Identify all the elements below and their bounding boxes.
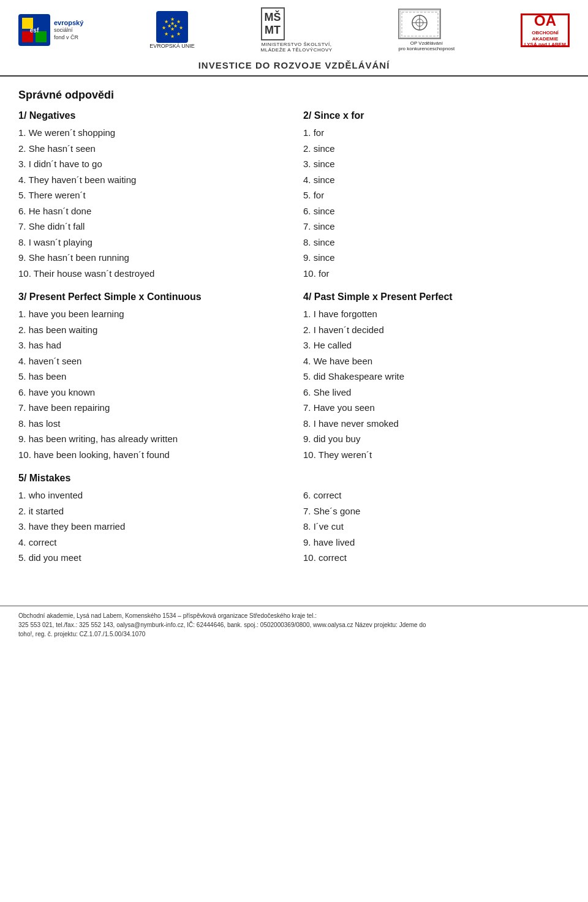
list-item: 4. since [303, 173, 570, 187]
section5-columns: 1. who invented 2. it started 3. have th… [18, 489, 570, 576]
svg-text:★: ★ [161, 25, 165, 31]
section-5-mistakes: 5/ Mistakes 1. who invented 2. it starte… [18, 473, 570, 576]
list-item: 10. Their house wasn´t destroyed [18, 267, 285, 281]
list-item: 9. has been writing, has already written [18, 432, 285, 446]
list-item: 5. has been [18, 370, 285, 384]
section4-title: 4/ Past Simple x Present Perfect [303, 291, 570, 303]
esf-eu-logo: esf evropský sociální fond v ČR [18, 14, 83, 46]
svg-text:★: ★ [167, 23, 171, 29]
list-item: 10. have been looking, haven´t found [18, 448, 285, 462]
footer-line2: 325 553 021, tel./fax.: 325 552 143, oal… [18, 620, 570, 630]
msmt-logo: MŠ MT MINISTERSTVO ŠKOLSTVÍ,MLÁDEŽE A TĚ… [261, 7, 333, 53]
list-item: 5. There weren´t [18, 189, 285, 203]
list-item: 9. since [303, 251, 570, 265]
svg-text:★: ★ [164, 31, 168, 37]
list-item: 4. haven´t seen [18, 355, 285, 369]
section2-title: 2/ Since x for [303, 110, 570, 121]
invest-title: INVESTICE DO ROZVOJE VZDĚLÁVÁNÍ [198, 60, 390, 70]
esf-text: evropský sociální fond v ČR [54, 18, 83, 42]
list-item: 1. We weren´t shopping [18, 126, 285, 140]
list-item: 8. I wasn´t playing [18, 236, 285, 250]
list-item: 2. since [303, 142, 570, 156]
list-item: 7. since [303, 220, 570, 234]
list-item: 5. for [303, 189, 570, 203]
footer-line1: Obchodní akademie, Lysá nad Labem, Komen… [18, 611, 570, 620]
section5-right-list: 6. correct 7. She´s gone 8. I´ve cut 9. … [303, 489, 570, 565]
section2-list: 1. for 2. since 3. since 4. since 5. for… [303, 126, 570, 280]
list-item: 1. who invented [18, 489, 285, 503]
list-item: 8. I´ve cut [303, 520, 570, 534]
row-1: 1/ Negatives 1. We weren´t shopping 2. S… [18, 110, 570, 291]
list-item: 10. for [303, 267, 570, 281]
list-item: 4. We have been [303, 355, 570, 369]
page-title: Správné odpovědi [18, 89, 570, 102]
footer: Obchodní akademie, Lysá nad Labem, Komen… [0, 606, 588, 642]
list-item: 9. have lived [303, 536, 570, 550]
list-item: 7. She didn´t fall [18, 220, 285, 234]
list-item: 1. have you been learning [18, 307, 285, 321]
row-2: 3/ Present Perfect Simple x Continuous 1… [18, 291, 570, 473]
list-item: 5. did Shakespeare write [303, 370, 570, 384]
list-item: 8. since [303, 236, 570, 250]
list-item: 2. has been waiting [18, 323, 285, 337]
section-4-past-simple: 4/ Past Simple x Present Perfect 1. I ha… [297, 291, 570, 473]
lysa-number: OA [534, 12, 556, 30]
list-item: 7. She´s gone [303, 505, 570, 519]
lysa-logo: OA OBCHODNÍAKADEMIELYSÁ nad LABEM [521, 13, 570, 47]
list-item: 5. did you meet [18, 551, 285, 565]
section5-left: 1. who invented 2. it started 3. have th… [18, 489, 297, 576]
eu-text: EVROPSKÁ UNIE [149, 43, 195, 49]
eu-logo-block: ★ ★ ★ ★ ★ ★ ★ ★ ★ ★ ★ ★ EVROPSKÁ UNIE [149, 11, 195, 49]
svg-text:★: ★ [173, 23, 177, 29]
section1-list: 1. We weren´t shopping 2. She hasn´t see… [18, 126, 285, 280]
list-item: 4. correct [18, 536, 285, 550]
list-item: 3. has had [18, 339, 285, 353]
list-item: 6. correct [303, 489, 570, 503]
eu-flag: ★ ★ ★ ★ ★ ★ ★ ★ ★ ★ ★ ★ [156, 11, 188, 43]
list-item: 6. have you known [18, 386, 285, 400]
lysa-text: OBCHODNÍAKADEMIELYSÁ nad LABEM [524, 30, 566, 48]
list-item: 4. They haven´t been waiting [18, 173, 285, 187]
section4-list: 1. I have forgotten 2. I haven´t decided… [303, 307, 570, 462]
msmt-icon: MŠ MT [261, 7, 285, 40]
op-logo: OP Vzdělávánípro konkurenceschopnost [398, 9, 454, 51]
footer-line3: toho!, reg. č. projektu: CZ.1.07./1.5.00… [18, 630, 570, 639]
svg-text:★: ★ [176, 31, 180, 37]
section3-list: 1. have you been learning 2. has been wa… [18, 307, 285, 462]
list-item: 1. I have forgotten [303, 307, 570, 321]
list-item: 3. He called [303, 339, 570, 353]
svg-text:★: ★ [178, 25, 183, 31]
main-content: Správné odpovědi 1/ Negatives 1. We were… [0, 77, 588, 593]
list-item: 3. since [303, 157, 570, 171]
section1-title: 1/ Negatives [18, 110, 285, 121]
section-1-negatives: 1/ Negatives 1. We weren´t shopping 2. S… [18, 110, 297, 291]
list-item: 8. I have never smoked [303, 417, 570, 431]
op-icon [398, 9, 441, 39]
section5-left-list: 1. who invented 2. it started 3. have th… [18, 489, 285, 565]
list-item: 6. since [303, 205, 570, 219]
list-item: 7. have been repairing [18, 401, 285, 415]
logos-row: esf evropský sociální fond v ČR ★ ★ ★ ★ … [18, 7, 570, 53]
svg-text:★: ★ [170, 34, 174, 39]
svg-text:esf: esf [30, 27, 39, 34]
list-item: 6. She lived [303, 386, 570, 400]
list-item: 8. has lost [18, 417, 285, 431]
esf-emblem: esf [18, 14, 50, 46]
list-item: 9. did you buy [303, 432, 570, 446]
list-item: 10. They weren´t [303, 448, 570, 462]
list-item: 3. I didn´t have to go [18, 157, 285, 171]
list-item: 2. it started [18, 505, 285, 519]
list-item: 6. He hasn´t done [18, 205, 285, 219]
header: esf evropský sociální fond v ČR ★ ★ ★ ★ … [0, 0, 588, 77]
list-item: 3. have they been married [18, 520, 285, 534]
list-item: 10. correct [303, 551, 570, 565]
section5-right: 6. correct 7. She´s gone 8. I´ve cut 9. … [297, 489, 570, 576]
list-item: 2. I haven´t decided [303, 323, 570, 337]
list-item: 7. Have you seen [303, 401, 570, 415]
section-3-present-perfect: 3/ Present Perfect Simple x Continuous 1… [18, 291, 297, 473]
list-item: 9. She hasn´t been running [18, 251, 285, 265]
op-text: OP Vzdělávánípro konkurenceschopnost [398, 40, 454, 51]
section5-title: 5/ Mistakes [18, 473, 570, 484]
section3-title: 3/ Present Perfect Simple x Continuous [18, 291, 285, 303]
list-item: 2. She hasn´t seen [18, 142, 285, 156]
